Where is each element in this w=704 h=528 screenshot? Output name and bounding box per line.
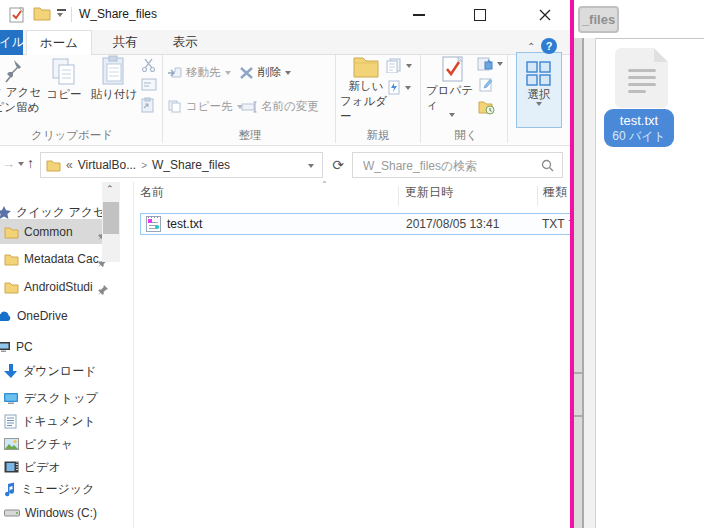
tab-home[interactable]: ホーム: [26, 30, 92, 55]
sidebar-item-androidstudio[interactable]: AndroidStudi: [4, 276, 134, 298]
history-button[interactable]: [478, 100, 494, 114]
recent-locations-button[interactable]: [18, 162, 24, 166]
rename-icon: [241, 101, 257, 113]
address-bar[interactable]: « VirtualBo... > W_Share_files: [40, 152, 323, 178]
column-header-row: ⌃ 名前 更新日時 種類: [140, 182, 574, 208]
desktop-file-icon[interactable]: [615, 48, 668, 108]
content-area: クイック アクセス Common Metadata Cac: [0, 182, 574, 528]
file-name: test.txt: [167, 217, 202, 231]
column-header-modified[interactable]: 更新日時: [405, 184, 453, 201]
scroll-up-icon[interactable]: ⌃: [106, 184, 114, 194]
copy-button[interactable]: コピー: [42, 57, 86, 102]
select-button[interactable]: 選択: [516, 52, 562, 128]
rename-button[interactable]: 名前の変更: [241, 99, 319, 114]
desktop-file-label[interactable]: test.txt 60 バイト: [604, 109, 674, 147]
sidebar-item-windows-c[interactable]: Windows (C:): [4, 502, 134, 524]
sidebar-item-pc[interactable]: PC: [0, 336, 130, 358]
breadcrumb-prefix[interactable]: «: [66, 158, 73, 172]
qat-new-folder-button[interactable]: [33, 6, 51, 24]
pin-label-line1: ク アクセ: [0, 85, 41, 100]
file-row-test-txt[interactable]: test.txt 2017/08/05 13:41 TXT ファイル: [140, 213, 574, 235]
search-icon: [541, 159, 554, 172]
download-arrow-icon: [4, 364, 18, 379]
cut-button[interactable]: [141, 58, 157, 72]
sidebar-item-label: ビデオ: [24, 459, 61, 476]
paste-button[interactable]: 貼り付け: [90, 55, 138, 102]
address-dropdown-chevron-icon[interactable]: [308, 164, 314, 168]
pin-to-quick-access-button[interactable]: ク アクセ ピン留め: [0, 57, 46, 115]
copy-to-button[interactable]: コピー先: [167, 99, 243, 114]
sidebar-item-documents[interactable]: ドキュメント: [4, 410, 134, 432]
select-grid-icon: [526, 61, 552, 87]
sidebar-item-label: OneDrive: [17, 309, 68, 323]
chevron-down-icon: [497, 62, 503, 66]
tab-share-label: 共有: [113, 34, 138, 51]
file-modified: 2017/08/05 13:41: [406, 217, 499, 231]
column-header-type[interactable]: 種類: [543, 184, 567, 201]
star-icon: [0, 206, 11, 219]
tab-view[interactable]: 表示: [157, 30, 213, 55]
new-folder-button[interactable]: 新しい フォルダー: [340, 55, 392, 124]
delete-label: 削除: [258, 65, 281, 80]
search-box[interactable]: [352, 152, 563, 178]
breadcrumb-separator[interactable]: >: [141, 160, 147, 171]
breadcrumb-parent[interactable]: VirtualBo...: [78, 158, 136, 172]
scrollbar-thumb[interactable]: [103, 202, 119, 234]
sidebar-item-videos[interactable]: ビデオ: [4, 456, 134, 478]
maximize-button[interactable]: [458, 0, 502, 30]
forward-button[interactable]: →: [2, 156, 15, 171]
music-note-icon: [4, 482, 16, 497]
scissors-icon: [141, 58, 157, 72]
paste-icon: [101, 55, 127, 87]
collapse-ribbon-button[interactable]: ⌃: [527, 41, 535, 52]
sidebar-item-desktop[interactable]: デスクトップ: [4, 387, 134, 409]
copy-path-button[interactable]: [141, 78, 157, 92]
path-page-icon: [141, 78, 157, 92]
delete-button[interactable]: 削除: [239, 65, 291, 80]
desktop-file-name: test.txt: [620, 113, 658, 129]
sidebar-item-music[interactable]: ミュージック: [4, 478, 134, 500]
open-with-button[interactable]: [477, 57, 503, 71]
qat-customize-button[interactable]: [57, 9, 66, 17]
onedrive-cloud-icon: [0, 311, 12, 322]
sidebar-scrollbar[interactable]: ⌃: [102, 182, 120, 262]
video-icon: [4, 461, 19, 473]
up-button[interactable]: ↑: [27, 155, 34, 171]
minimize-button[interactable]: [397, 0, 441, 30]
column-divider[interactable]: [398, 186, 399, 206]
select-label: 選択: [528, 87, 551, 102]
sidebar-item-label: ミュージック: [21, 481, 94, 498]
sidebar-item-onedrive[interactable]: OneDrive: [0, 305, 130, 327]
sidebar-item-label: ドキュメント: [22, 413, 96, 430]
close-button[interactable]: [523, 0, 567, 30]
easy-access-icon: [387, 80, 401, 95]
background-window-scrollbar[interactable]: [574, 38, 584, 528]
clipboard-group-label: クリップボード: [20, 128, 124, 143]
easy-access-button[interactable]: [387, 80, 411, 95]
sidebar-item-pictures[interactable]: ピクチャ: [4, 433, 134, 455]
qat-properties-button[interactable]: [8, 6, 26, 24]
ribbon-tab-bar: ファイル ホーム 共有 表示: [0, 30, 574, 55]
check-document-icon: [8, 6, 26, 24]
tab-share[interactable]: 共有: [97, 30, 153, 55]
group-separator: [162, 55, 163, 143]
search-input[interactable]: [361, 154, 545, 178]
move-to-button[interactable]: 移動先: [167, 65, 231, 80]
explorer-window: W_Share_files ファイル ホーム 共有: [0, 0, 574, 528]
chevron-down-icon: [225, 71, 231, 75]
breadcrumb-current[interactable]: W_Share_files: [152, 158, 230, 172]
group-separator: [507, 55, 508, 143]
close-icon: [539, 9, 551, 21]
paste-shortcut-button[interactable]: [141, 97, 157, 111]
refresh-button[interactable]: ⟳: [327, 153, 349, 177]
column-header-name[interactable]: 名前: [140, 184, 164, 201]
help-button[interactable]: ?: [541, 38, 557, 54]
move-to-icon: [167, 66, 182, 79]
column-divider[interactable]: [537, 186, 538, 206]
properties-button[interactable]: プロパティ: [426, 55, 478, 117]
new-item-button[interactable]: [386, 58, 412, 73]
paste-label: 貼り付け: [91, 87, 138, 102]
tab-file[interactable]: ファイル: [0, 30, 23, 55]
sidebar-item-downloads[interactable]: ダウンロード: [4, 360, 134, 382]
edit-button[interactable]: [479, 77, 495, 91]
